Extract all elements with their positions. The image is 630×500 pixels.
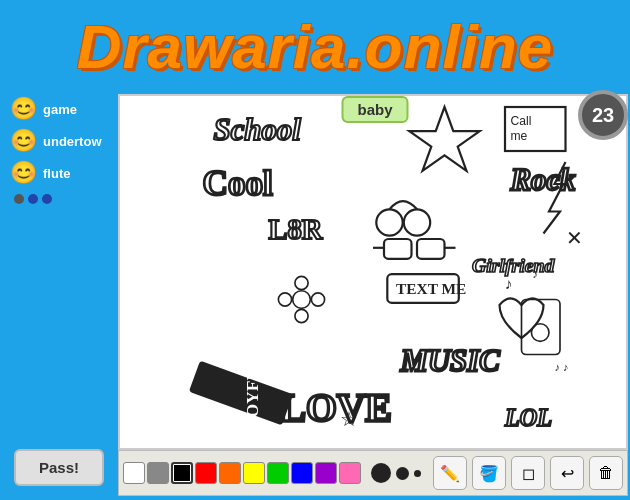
brush-small[interactable] <box>414 470 421 477</box>
svg-text:Girlfriend: Girlfriend <box>472 254 556 276</box>
main-area: 😊 game😊 undertow😊 flute Pass! baby 23 Sc… <box>0 90 630 500</box>
player-item-flute[interactable]: 😊 flute <box>4 158 114 188</box>
fill-tool[interactable]: 🪣 <box>472 456 506 490</box>
player-emoji: 😊 <box>10 162 37 184</box>
score-dot-1 <box>28 194 38 204</box>
brush-medium[interactable] <box>396 467 409 480</box>
player-emoji: 😊 <box>10 130 37 152</box>
score-dot-0 <box>14 194 24 204</box>
player-emoji: 😊 <box>10 98 37 120</box>
color-swatch[interactable] <box>171 462 193 484</box>
svg-point-27 <box>295 276 308 289</box>
color-swatch[interactable] <box>195 462 217 484</box>
undo-tool[interactable]: ↩ <box>550 456 584 490</box>
color-swatch[interactable] <box>123 462 145 484</box>
color-swatch[interactable] <box>291 462 313 484</box>
svg-text:Call: Call <box>511 114 532 128</box>
svg-text:♪: ♪ <box>533 268 539 280</box>
svg-text:♪ ♪: ♪ ♪ <box>555 361 569 373</box>
canvas-wrapper: baby 23 School Call me Rock Cool L8R <box>118 90 630 500</box>
svg-point-30 <box>311 293 324 306</box>
svg-text:Cool: Cool <box>203 164 274 203</box>
toolbar: ✏️🪣◻↩🗑 <box>118 450 628 496</box>
svg-text:L8R: L8R <box>269 214 323 245</box>
player-name: game <box>43 102 77 117</box>
color-palette <box>123 462 361 484</box>
color-swatch[interactable] <box>219 462 241 484</box>
svg-point-26 <box>293 291 311 309</box>
svg-rect-10 <box>384 239 412 259</box>
brush-large[interactable] <box>371 463 391 483</box>
timer-circle: 23 <box>578 90 628 140</box>
pencil-tool[interactable]: ✏️ <box>433 456 467 490</box>
svg-rect-19 <box>522 300 561 355</box>
svg-marker-1 <box>409 107 479 171</box>
color-swatch[interactable] <box>243 462 265 484</box>
svg-text:☆: ☆ <box>340 408 358 430</box>
color-swatch[interactable] <box>339 462 361 484</box>
pass-button[interactable]: Pass! <box>14 449 104 486</box>
svg-text:me: me <box>511 129 528 143</box>
score-dots <box>4 190 114 208</box>
score-dot-2 <box>42 194 52 204</box>
svg-text:Rock: Rock <box>510 163 577 197</box>
header: Drawaria.online <box>0 0 630 90</box>
svg-point-20 <box>531 324 549 342</box>
svg-point-9 <box>404 209 430 235</box>
color-swatch[interactable] <box>315 462 337 484</box>
app-title: Drawaria.online <box>77 11 554 82</box>
player-item-game[interactable]: 😊 game <box>4 94 114 124</box>
drawing-canvas[interactable]: School Call me Rock Cool L8R <box>118 94 628 450</box>
svg-text:♪: ♪ <box>505 275 513 292</box>
svg-text:BOYFRIEND: BOYFRIEND <box>241 324 261 430</box>
player-item-undertow[interactable]: 😊 undertow <box>4 126 114 156</box>
svg-text:LOVE: LOVE <box>280 386 392 430</box>
player-name: undertow <box>43 134 102 149</box>
sidebar: 😊 game😊 undertow😊 flute Pass! <box>0 90 118 500</box>
svg-point-8 <box>376 209 402 235</box>
word-label: baby <box>341 96 408 123</box>
eraser-tool[interactable]: ◻ <box>511 456 545 490</box>
delete-tool[interactable]: 🗑 <box>589 456 623 490</box>
svg-text:✕: ✕ <box>566 227 583 249</box>
svg-text:School: School <box>214 113 302 147</box>
svg-point-29 <box>278 293 291 306</box>
player-name: flute <box>43 166 70 181</box>
timer-value: 23 <box>592 104 614 127</box>
color-swatch[interactable] <box>147 462 169 484</box>
svg-text:TEXT ME: TEXT ME <box>396 280 466 297</box>
svg-rect-11 <box>417 239 445 259</box>
color-swatch[interactable] <box>267 462 289 484</box>
svg-text:MUSIC: MUSIC <box>400 344 501 378</box>
svg-text:LOL: LOL <box>504 404 552 431</box>
svg-point-28 <box>295 309 308 322</box>
